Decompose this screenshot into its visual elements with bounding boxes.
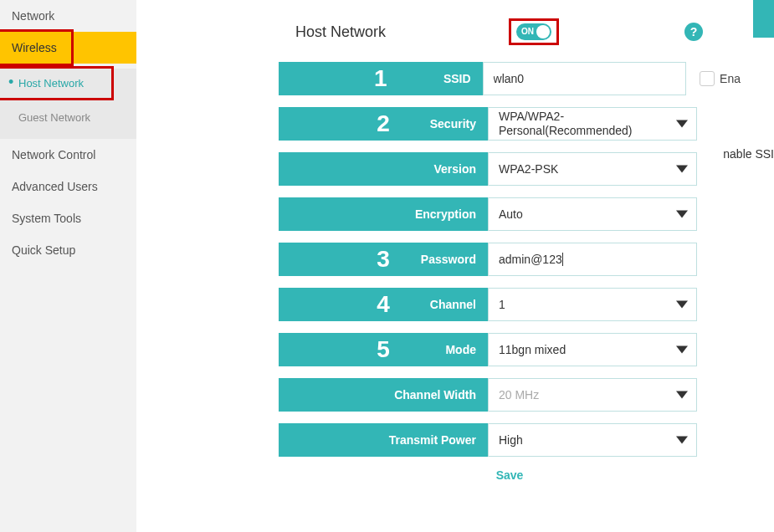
- step-number-1: 1: [374, 65, 387, 92]
- chevron-down-icon: [676, 437, 688, 444]
- mode-select[interactable]: 11bgn mixed: [488, 333, 697, 366]
- ssid-input-wrap[interactable]: [483, 62, 687, 95]
- step-number-5: 5: [377, 336, 390, 363]
- security-value: WPA/WPA2-Personal(Recommended): [499, 110, 686, 138]
- step-number-2: 2: [377, 110, 390, 137]
- save-button[interactable]: Save: [496, 468, 524, 482]
- ssid-input[interactable]: [494, 72, 676, 85]
- channel-width-value: 20 MHz: [499, 388, 539, 402]
- chevron-down-icon: [676, 211, 688, 218]
- encryption-value: Auto: [499, 207, 523, 221]
- encryption-select[interactable]: Auto: [488, 197, 697, 231]
- security-select[interactable]: WPA/WPA2-Personal(Recommended): [488, 107, 697, 141]
- password-label: Password: [421, 253, 476, 266]
- enable-ssid-label-short: Ena: [720, 72, 741, 85]
- toggle-on-label: ON: [521, 24, 534, 39]
- transmit-power-value: High: [499, 433, 523, 447]
- truncated-text-enable-ssid: nable SSI: [723, 147, 774, 161]
- chevron-down-icon: [676, 391, 688, 399]
- text-cursor: [562, 253, 563, 266]
- help-icon[interactable]: ?: [684, 23, 703, 41]
- chevron-down-icon: [676, 120, 688, 128]
- ssid-label: SSID: [443, 72, 471, 85]
- step-number-3: 3: [377, 246, 390, 273]
- nav-network[interactable]: Network: [0, 0, 136, 32]
- password-value: admin@123: [499, 253, 562, 266]
- enable-toggle[interactable]: ON: [516, 23, 551, 40]
- chevron-down-icon: [676, 301, 688, 309]
- step-number-4: 4: [377, 291, 390, 318]
- highlight-toggle: ON: [509, 18, 559, 45]
- channel-width-label: Channel Width: [394, 388, 476, 402]
- nav-wireless[interactable]: Wireless: [0, 32, 136, 64]
- version-select[interactable]: WPA2-PSK: [488, 152, 697, 186]
- mode-label: Mode: [445, 343, 476, 356]
- transmit-power-label: Transmit Power: [389, 433, 476, 447]
- transmit-power-select[interactable]: High: [488, 423, 697, 457]
- nav-advanced-users[interactable]: Advanced Users: [0, 171, 136, 202]
- version-value: WPA2-PSK: [499, 162, 558, 176]
- password-input-wrap[interactable]: admin@123: [488, 243, 697, 276]
- nav-system-tools[interactable]: System Tools: [0, 202, 136, 234]
- encryption-label: Encryption: [415, 207, 476, 221]
- channel-label: Channel: [430, 298, 476, 311]
- chevron-down-icon: [676, 346, 688, 354]
- channel-width-select[interactable]: 20 MHz: [488, 378, 697, 412]
- toggle-knob: [536, 25, 550, 38]
- version-label: Version: [433, 162, 476, 176]
- corner-decoration: [753, 0, 774, 38]
- nav-guest-network[interactable]: Guest Network: [0, 103, 136, 132]
- nav-quick-setup[interactable]: Quick Setup: [0, 234, 136, 266]
- nav-host-network[interactable]: Host Network: [0, 69, 136, 98]
- security-label: Security: [430, 117, 476, 130]
- nav-network-control[interactable]: Network Control: [0, 139, 136, 171]
- mode-value: 11bgn mixed: [499, 343, 566, 356]
- page-title: Host Network: [295, 23, 386, 41]
- chevron-down-icon: [676, 166, 688, 173]
- enable-ssid-checkbox[interactable]: [700, 71, 715, 86]
- channel-value: 1: [499, 298, 505, 311]
- channel-select[interactable]: 1: [488, 288, 697, 321]
